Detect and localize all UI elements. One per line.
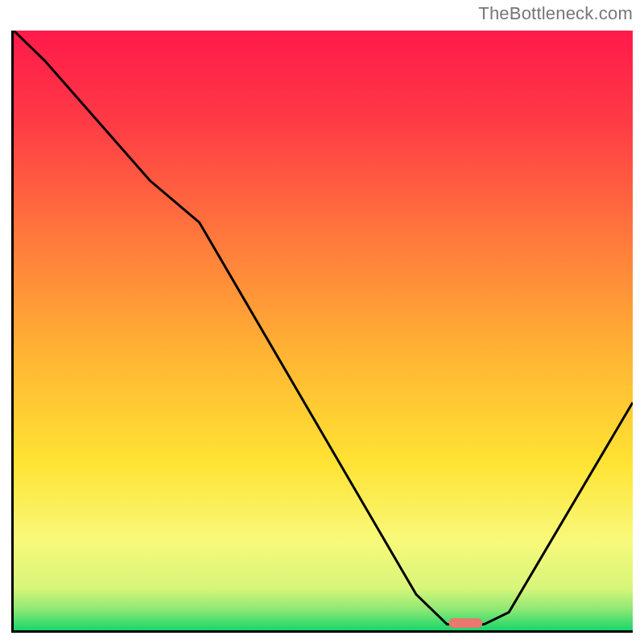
axes-frame: [11, 31, 633, 633]
watermark-text: TheBottleneck.com: [478, 5, 633, 23]
